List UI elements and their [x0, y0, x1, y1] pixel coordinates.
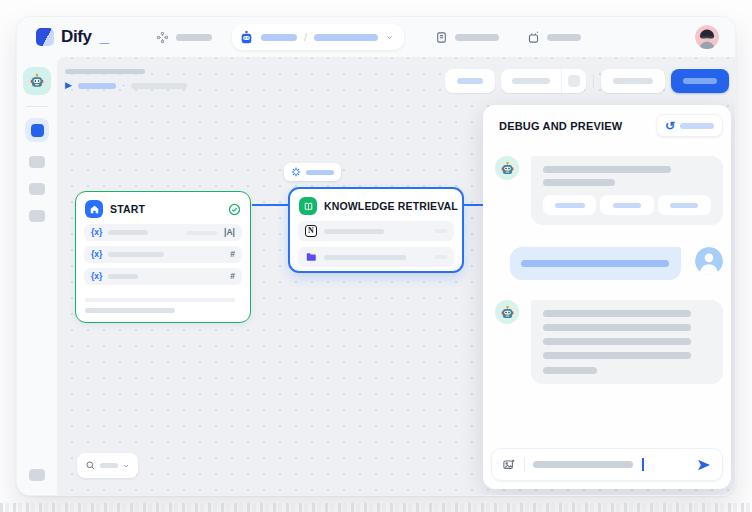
workflow-title-skeleton [65, 69, 145, 74]
run-icon[interactable]: ▶ [65, 81, 72, 90]
account-avatar[interactable] [695, 25, 719, 49]
check-circle-icon [228, 203, 241, 216]
knowledge-node-title: KNOWLEDGE RETRIEVAL [324, 200, 458, 212]
message-text-skeleton [543, 310, 691, 317]
string-type-icon: |A| [224, 228, 235, 237]
plugins-label-skeleton [547, 34, 581, 41]
message-text-skeleton [543, 367, 597, 374]
start-variable-row[interactable]: {x} |A| [84, 224, 242, 241]
bot-message-bubble [531, 156, 723, 225]
knowledge-source-row[interactable]: N [298, 221, 454, 241]
debug-preview-panel: DEBUG AND PREVIEW ↺ [483, 105, 731, 489]
chat-input-bar[interactable] [491, 448, 723, 481]
workflow-canvas[interactable]: ▶ · [57, 57, 735, 495]
explore-icon [156, 31, 169, 44]
knowledge-source-row[interactable] [298, 247, 454, 267]
input-divider [524, 458, 525, 472]
chat-history [483, 144, 731, 448]
top-navigation-bar: Dify _ [17, 17, 735, 57]
suggested-question-button[interactable] [543, 195, 596, 215]
source-meta-skeleton [435, 229, 447, 233]
suggested-question-button[interactable] [658, 195, 711, 215]
orchestrate-icon [31, 124, 44, 137]
message-text-skeleton [543, 179, 615, 186]
debug-panel-header: DEBUG AND PREVIEW ↺ [483, 105, 731, 144]
nav-explore[interactable] [156, 31, 212, 44]
nav-explore-label-skeleton [176, 34, 212, 41]
sidebar-item-2[interactable] [29, 183, 45, 195]
suggested-questions [543, 195, 711, 215]
source-name-skeleton [324, 229, 384, 234]
sidebar-item-1[interactable] [29, 156, 45, 168]
description-divider-skeleton [85, 298, 235, 302]
dify-logo-icon [36, 28, 54, 46]
app-robot-icon [239, 30, 254, 45]
message-text-skeleton [543, 324, 691, 331]
text-cursor [642, 458, 644, 471]
publish-button[interactable] [671, 69, 729, 93]
typed-text-skeleton [533, 461, 633, 468]
toolbar-separator [593, 74, 594, 88]
preview-label-skeleton [457, 78, 483, 84]
suggestion-label-skeleton [555, 203, 585, 208]
current-app-icon[interactable] [23, 67, 51, 95]
workspace-name-skeleton [261, 34, 297, 41]
start-node-description [85, 298, 241, 313]
desktop-background: Dify _ [0, 0, 752, 512]
sidebar-item-3[interactable] [29, 210, 45, 222]
variable-name-skeleton [108, 274, 138, 279]
restart-button[interactable]: ↺ [656, 114, 723, 137]
dify-logo[interactable]: Dify _ [36, 27, 109, 47]
start-variable-row[interactable]: {x} # [84, 268, 242, 285]
zoom-level-skeleton [100, 463, 118, 468]
message-text-skeleton [521, 260, 669, 267]
zoom-control[interactable] [77, 453, 138, 478]
start-node-title: START [110, 203, 145, 215]
suggestion-label-skeleton [613, 203, 641, 208]
dify-logo-text: Dify [61, 27, 92, 47]
start-variable-row[interactable]: {x} # [84, 246, 242, 263]
bot-avatar [495, 156, 519, 180]
dify-logo-cursor: _ [100, 27, 109, 47]
app-switcher[interactable]: / [232, 24, 404, 50]
send-button[interactable] [696, 457, 712, 473]
add-image-icon[interactable] [502, 458, 516, 472]
user-message [495, 247, 723, 280]
features-toggle-icon[interactable] [568, 75, 580, 87]
sidebar-item-settings[interactable] [29, 469, 45, 481]
variable-icon: {x} [91, 228, 102, 237]
description-text-skeleton [85, 308, 175, 313]
knowledge-retrieval-node[interactable]: KNOWLEDGE RETRIEVAL N [288, 187, 464, 273]
dot-separator: · [122, 81, 125, 90]
loading-spinner-icon [291, 167, 301, 177]
nav-docs[interactable] [435, 31, 499, 44]
message-text-skeleton [543, 338, 691, 345]
variable-icon: {x} [91, 272, 102, 281]
nav-plugins[interactable] [527, 31, 581, 44]
bot-message-bubble [531, 300, 723, 384]
bot-message [495, 300, 723, 384]
number-type-icon: # [230, 272, 235, 281]
node-running-badge [284, 163, 341, 181]
suggestion-label-skeleton [670, 203, 698, 208]
suggested-question-button[interactable] [600, 195, 653, 215]
secondary-label-skeleton [613, 78, 653, 84]
sidebar-item-orchestrate-active[interactable] [25, 118, 49, 142]
topbar-right-group [435, 25, 719, 49]
start-node[interactable]: START {x} |A| {x} [75, 191, 251, 323]
chevron-down-icon [122, 462, 130, 470]
message-text-skeleton [543, 166, 671, 173]
bot-avatar [495, 300, 519, 324]
variable-value-skeleton [186, 231, 218, 235]
features-split-button[interactable] [501, 69, 586, 93]
variable-icon: {x} [91, 250, 102, 259]
secondary-button[interactable] [601, 69, 665, 93]
plugins-icon [527, 31, 540, 44]
user-avatar [695, 247, 723, 275]
source-meta-skeleton [435, 255, 447, 259]
features-label-skeleton [512, 78, 550, 84]
zoom-search-icon [85, 460, 96, 471]
preview-button[interactable] [445, 69, 495, 93]
knowledge-book-icon [299, 197, 317, 215]
publish-label-skeleton [683, 78, 717, 84]
